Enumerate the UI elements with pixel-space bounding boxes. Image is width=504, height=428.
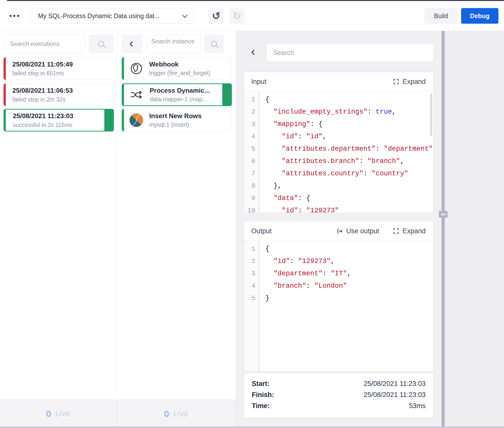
instance-search-input[interactable]: [147, 35, 200, 53]
kebab-menu-button[interactable]: [10, 10, 23, 21]
code-line: "data": {: [265, 192, 433, 205]
live-label: LIVE: [174, 410, 189, 418]
step-subtitle: data-mapper-1 (map...: [150, 96, 210, 103]
globe-icon: [129, 62, 144, 75]
finish-label: Finish:: [252, 391, 274, 399]
instance-search-button[interactable]: [204, 35, 224, 53]
input-panel-title: Input: [251, 78, 266, 86]
input-scrollbar[interactable]: [430, 93, 432, 136]
debug-output-panel: Input Expand 1 2 3 4 5 6 7 8 9 10: [236, 31, 442, 428]
step-status-bar: [122, 109, 124, 131]
toolbar: My SQL-Process Dynamic Data using dat...…: [0, 1, 504, 31]
use-output-label: Use output: [346, 227, 379, 235]
expand-icon: [393, 228, 399, 234]
steps-back-button[interactable]: [122, 35, 142, 53]
time-row: Time: 53ms: [252, 402, 426, 410]
workflow-selector-label: My SQL-Process Dynamic Data using dat...: [38, 12, 160, 20]
step-item[interactable]: Insert New Rows mysql-1 (insert): [122, 109, 232, 131]
step-text: Process Dynamic... data-mapper-1 (map...: [150, 87, 210, 103]
steps-panel: Webhook trigger (fire_and_forget) Proces…: [117, 31, 236, 428]
selected-indicator: [104, 109, 114, 131]
redo-button[interactable]: ↻: [229, 8, 245, 24]
execution-status-text: failed step in 651ms: [12, 70, 114, 77]
input-expand-label: Expand: [402, 78, 426, 86]
panel-resizer[interactable]: ↔: [442, 31, 445, 428]
selected-indicator: [222, 83, 232, 106]
step-item[interactable]: Process Dynamic... data-mapper-1 (map...: [122, 83, 232, 106]
time-label: Time:: [252, 402, 270, 410]
kebab-dot-icon: [10, 15, 12, 17]
step-text: Insert New Rows mysql-1 (insert): [149, 112, 202, 128]
input-panel: Input Expand 1 2 3 4 5 6 7 8 9 10: [244, 72, 433, 213]
executions-search-input[interactable]: [5, 35, 85, 53]
window-top-edge: [7, 0, 504, 1]
code-line: "id": "129273": [265, 205, 433, 213]
execution-timestamp: 25/08/2021 11:23:03: [13, 112, 113, 120]
start-value: 25/08/2021 11:23:03: [364, 380, 426, 388]
step-title: Insert New Rows: [149, 112, 202, 120]
start-label: Start:: [252, 380, 270, 388]
execution-status-bar: [4, 83, 6, 106]
right-gutter-area: [445, 31, 504, 428]
debug-back-button[interactable]: [248, 47, 259, 58]
execution-details-panel: Start: 25/08/2021 11:23:03 Finish: 25/08…: [244, 373, 433, 418]
live-ring-icon: [164, 411, 169, 417]
finish-row: Finish: 25/08/2021 11:23:03: [252, 391, 426, 399]
step-title: Process Dynamic...: [150, 87, 210, 94]
code-line: "branch": "London": [265, 280, 433, 292]
live-label: LIVE: [56, 410, 71, 418]
step-item[interactable]: Webhook trigger (fire_and_forget): [122, 57, 232, 80]
execution-item[interactable]: 25/08/2021 11:05:49 failed step in 651ms: [4, 57, 114, 80]
output-panel: Output Use output Expand 1 2 3: [244, 221, 433, 372]
code-line: "include_empty_strings": true,: [265, 106, 433, 118]
start-row: Start: 25/08/2021 11:23:03: [252, 380, 426, 388]
shuffle-icon: [130, 90, 144, 100]
code-line: "attributes.department": "department",: [265, 143, 433, 155]
input-line-numbers: 1 2 3 4 5 6 7 8 9 10: [244, 91, 259, 213]
search-icon: [211, 41, 217, 47]
code-line: "attributes.country": "country": [265, 168, 433, 180]
debug-button[interactable]: Debug: [461, 8, 498, 24]
undo-icon: ↺: [212, 11, 220, 21]
execution-timestamp: 25/08/2021 11:06:53: [12, 87, 114, 94]
kebab-dot-icon: [13, 15, 15, 17]
execution-item[interactable]: 25/08/2021 11:06:53 failed step in 2m 32…: [4, 83, 114, 106]
chevron-left-icon: [251, 49, 256, 55]
debug-search-input[interactable]: [266, 44, 434, 62]
output-expand-button[interactable]: Expand: [393, 227, 426, 235]
resize-handle-icon[interactable]: ↔: [439, 211, 448, 218]
time-value: 53ms: [409, 402, 426, 410]
code-line: },: [265, 180, 433, 192]
live-toggle[interactable]: LIVE: [117, 400, 236, 428]
execution-item[interactable]: 25/08/2021 11:23:03 successful in 2s 115…: [4, 109, 114, 131]
chevron-down-icon: [182, 13, 187, 18]
live-toggle[interactable]: LIVE: [0, 400, 117, 428]
execution-timestamp: 25/08/2021 11:05:49: [12, 60, 114, 68]
input-panel-header: Input Expand: [244, 72, 433, 91]
output-code-area[interactable]: 1 2 3 4 5 { "id": "129273", "department"…: [244, 241, 433, 371]
input-code-area[interactable]: 1 2 3 4 5 6 7 8 9 10 { "include_empty_st…: [244, 91, 433, 213]
undo-button[interactable]: ↺: [208, 8, 224, 24]
kebab-dot-icon: [17, 15, 19, 17]
build-button[interactable]: Build: [424, 8, 458, 24]
step-status-bar: [122, 83, 124, 106]
redo-icon: ↻: [233, 11, 241, 21]
workflow-selector[interactable]: My SQL-Process Dynamic Data using dat...: [30, 8, 194, 24]
input-expand-button[interactable]: Expand: [393, 78, 426, 86]
execution-status-text: failed step in 2m 32s: [12, 96, 114, 103]
output-code-lines: { "id": "129273", "department": "IT", "b…: [259, 241, 433, 371]
mysql-icon: [129, 113, 144, 127]
step-subtitle: trigger (fire_and_forget): [149, 70, 210, 77]
code-line: "id": "129273",: [265, 255, 433, 268]
app-root: My SQL-Process Dynamic Data using dat...…: [0, 0, 504, 428]
use-output-button[interactable]: Use output: [336, 227, 379, 235]
input-code-lines: { "include_empty_strings": true, "mappin…: [259, 91, 433, 213]
code-line: "attributes.branch": "branch",: [265, 155, 433, 168]
execution-status-text: successful in 2s 115ms: [13, 122, 113, 128]
executions-search-button[interactable]: [89, 35, 113, 53]
step-title: Webhook: [149, 60, 210, 68]
output-panel-header: Output Use output Expand: [244, 221, 433, 241]
step-text: Webhook trigger (fire_and_forget): [149, 60, 210, 77]
execution-status-bar: [4, 57, 6, 80]
use-output-icon: [336, 228, 343, 235]
